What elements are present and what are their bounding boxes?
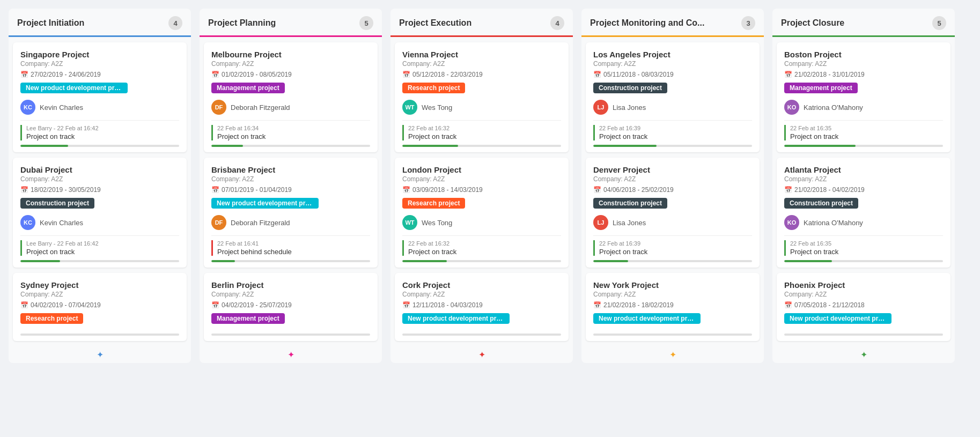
- column-bottom-icon[interactable]: ✦: [9, 346, 191, 363]
- avatar: DF: [211, 215, 226, 230]
- calendar-icon: 📅: [402, 301, 410, 309]
- card[interactable]: Brisbane ProjectCompany: A2Z📅07/01/2019 …: [204, 158, 378, 268]
- card-assignee: KCKevin Charles: [20, 100, 179, 115]
- card-company: Company: A2Z: [402, 291, 561, 298]
- progress-bar: [784, 260, 832, 262]
- card[interactable]: Melbourne ProjectCompany: A2Z📅01/02/2019…: [204, 42, 378, 152]
- column-title-execution: Project Execution: [399, 18, 471, 28]
- card-company: Company: A2Z: [20, 291, 179, 298]
- progress-bar-container: [211, 334, 370, 336]
- column-bottom-icon[interactable]: ✦: [200, 346, 382, 363]
- card-divider: [402, 120, 561, 121]
- column-bottom-icon[interactable]: ✦: [581, 346, 764, 363]
- log-status: Project on track: [599, 132, 752, 140]
- card-title: Denver Project: [593, 165, 752, 174]
- progress-bar: [20, 145, 68, 147]
- card-title: Melbourne Project: [211, 50, 370, 59]
- card[interactable]: Atlanta ProjectCompany: A2Z📅21/02/2018 -…: [777, 158, 950, 268]
- log-status: Project on track: [26, 248, 179, 256]
- progress-bar: [211, 145, 243, 147]
- card-tag: Research project: [402, 83, 465, 93]
- column-body-execution: Vienna ProjectCompany: A2Z📅05/12/2018 - …: [390, 37, 573, 346]
- card-tag: New product development pro...: [593, 313, 701, 324]
- card[interactable]: Sydney ProjectCompany: A2Z📅04/02/2019 - …: [13, 273, 187, 341]
- card-title: New York Project: [593, 280, 752, 290]
- column-bottom-icon[interactable]: ✦: [772, 346, 955, 363]
- card-dates: 📅07/05/2018 - 21/12/2018: [784, 301, 943, 309]
- column-header-execution: Project Execution4: [390, 9, 573, 37]
- card[interactable]: Vienna ProjectCompany: A2Z📅05/12/2018 - …: [395, 42, 569, 152]
- card-company: Company: A2Z: [593, 175, 752, 183]
- card-title: Phoenix Project: [784, 280, 943, 290]
- column-count-planning: 5: [359, 16, 373, 30]
- column-count-monitoring: 3: [741, 16, 755, 30]
- assignee-name: Lisa Jones: [613, 103, 646, 112]
- card[interactable]: Singapore ProjectCompany: A2Z📅27/02/2019…: [13, 42, 187, 152]
- card[interactable]: Boston ProjectCompany: A2Z📅21/02/2018 - …: [777, 42, 950, 152]
- progress-bar: [784, 145, 856, 147]
- card[interactable]: Denver ProjectCompany: A2Z📅04/06/2018 - …: [586, 158, 760, 268]
- column-bottom-icon[interactable]: ✦: [390, 346, 573, 363]
- calendar-icon: 📅: [784, 186, 792, 194]
- log-status: Project on track: [217, 132, 370, 140]
- card-dates-text: 05/11/2018 - 08/03/2019: [603, 71, 674, 78]
- log-status: Project on track: [790, 248, 943, 256]
- column-body-initiation: Singapore ProjectCompany: A2Z📅27/02/2019…: [9, 37, 191, 346]
- card-tag: New product development pro...: [211, 198, 319, 209]
- log-date: 22 Feb at 16:35: [790, 125, 943, 131]
- log-date: 22 Feb at 16:35: [790, 240, 943, 247]
- card-log: 22 Feb at 16:35Project on track: [784, 125, 943, 140]
- card-company: Company: A2Z: [211, 175, 370, 183]
- card-title: Brisbane Project: [211, 165, 370, 174]
- card-dates: 📅01/02/2019 - 08/05/2019: [211, 71, 370, 78]
- card[interactable]: Dubai ProjectCompany: A2Z📅18/02/2019 - 3…: [13, 158, 187, 268]
- avatar: WT: [402, 100, 417, 115]
- card-divider: [593, 235, 752, 236]
- card[interactable]: Los Angeles ProjectCompany: A2Z📅05/11/20…: [586, 42, 760, 152]
- progress-bar-container: [593, 145, 752, 147]
- card-title: Boston Project: [784, 50, 943, 59]
- progress-bar-container: [211, 260, 370, 262]
- calendar-icon: 📅: [593, 301, 601, 309]
- card-tag: Construction project: [784, 198, 858, 209]
- progress-bar-container: [784, 334, 943, 336]
- assignee-name: Deborah Fitzgerald: [231, 219, 290, 227]
- column-title-monitoring: Project Monitoring and Co...: [590, 18, 704, 28]
- card-dates-text: 04/02/2019 - 25/07/2019: [222, 301, 292, 309]
- card-title: Berlin Project: [211, 280, 370, 290]
- card-assignee: KCKevin Charles: [20, 215, 179, 230]
- progress-bar: [402, 260, 447, 262]
- card-dates-text: 04/06/2018 - 25/02/2019: [603, 186, 674, 194]
- log-date: 22 Feb at 16:34: [217, 125, 370, 131]
- card-company: Company: A2Z: [20, 60, 179, 68]
- avatar: KC: [20, 215, 35, 230]
- card[interactable]: Phoenix ProjectCompany: A2Z📅07/05/2018 -…: [777, 273, 950, 341]
- progress-bar: [593, 145, 657, 147]
- progress-bar-container: [402, 334, 561, 336]
- assignee-name: Kevin Charles: [40, 103, 83, 112]
- progress-bar-container: [402, 145, 561, 147]
- card-divider: [20, 235, 179, 236]
- card-title: London Project: [402, 165, 561, 174]
- card-divider: [784, 120, 943, 121]
- calendar-icon: 📅: [211, 301, 219, 309]
- card-dates-text: 03/09/2018 - 14/03/2019: [412, 186, 483, 194]
- card-log: Lee Barry - 22 Feb at 16:42Project on tr…: [20, 125, 179, 140]
- calendar-icon: 📅: [402, 186, 410, 194]
- log-date: 22 Feb at 16:32: [408, 125, 561, 131]
- progress-bar: [402, 145, 458, 147]
- card-dates-text: 18/02/2019 - 30/05/2019: [31, 186, 101, 194]
- card[interactable]: London ProjectCompany: A2Z📅03/09/2018 - …: [395, 158, 569, 268]
- column-count-closure: 5: [932, 16, 946, 30]
- card-log: Lee Barry - 22 Feb at 16:42Project on tr…: [20, 240, 179, 256]
- card[interactable]: Cork ProjectCompany: A2Z📅12/11/2018 - 04…: [395, 273, 569, 341]
- card-tag: New product development pro...: [784, 313, 891, 324]
- column-initiation: Project Initiation4Singapore ProjectComp…: [9, 9, 191, 363]
- assignee-name: Wes Tong: [422, 103, 452, 112]
- card-dates: 📅04/02/2019 - 07/04/2019: [20, 301, 179, 309]
- card[interactable]: New York ProjectCompany: A2Z📅21/02/2018 …: [586, 273, 760, 341]
- card-dates-text: 07/05/2018 - 21/12/2018: [794, 301, 865, 309]
- card-log: 22 Feb at 16:35Project on track: [784, 240, 943, 256]
- progress-bar-container: [20, 334, 179, 336]
- card[interactable]: Berlin ProjectCompany: A2Z📅04/02/2019 - …: [204, 273, 378, 341]
